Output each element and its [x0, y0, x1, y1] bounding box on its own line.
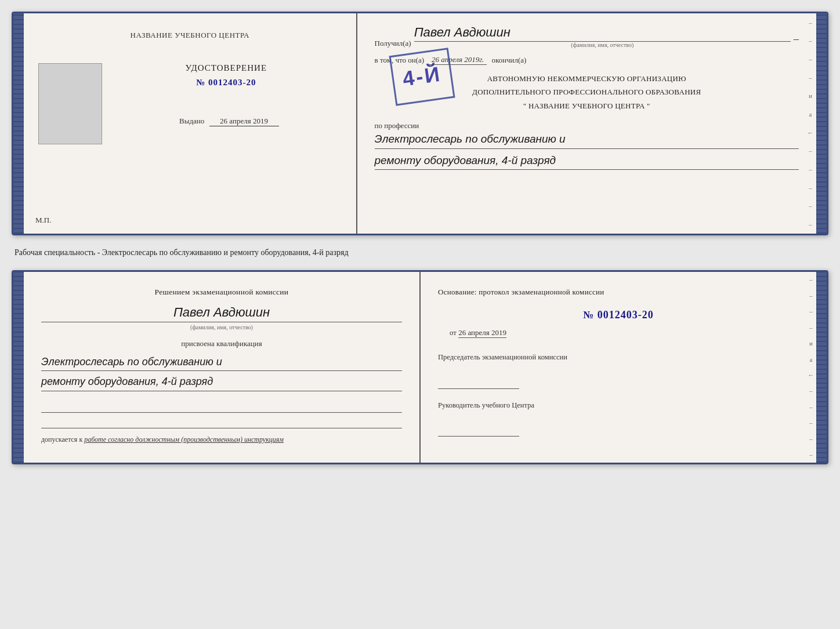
cert-number: № 0012403-20: [111, 78, 342, 88]
in-that-label: в том, что он(а): [375, 56, 425, 65]
dash-separator: –: [794, 33, 799, 45]
head-label: Руководитель учебного Центра: [438, 401, 799, 411]
protocol-number: № 0012403-20: [438, 309, 799, 321]
head-block: Руководитель учебного Центра: [438, 401, 799, 437]
right-header: Получил(а) Павел Авдюшин (фамилия, имя, …: [375, 25, 799, 48]
side-dashes-top: – – – – и а ← – – – – –: [805, 13, 816, 234]
bottom-right-page: Основание: протокол экзаменационной коми…: [421, 272, 816, 463]
protocol-date: от 26 апреля 2019: [438, 328, 799, 338]
qualification-line2: ремонту оборудования, 4-й разряд: [41, 373, 402, 391]
org-line1: АВТОНОМНУЮ НЕКОММЕРЧЕСКУЮ ОРГАНИЗАЦИЮ: [375, 72, 799, 85]
chairman-signature-line: [438, 377, 519, 389]
top-booklet-left-spine: [13, 13, 24, 234]
допускается-block: допускается к работе согласно должностны…: [41, 435, 402, 444]
cert-issued: Выдано 26 апреля 2019: [111, 117, 342, 126]
person-name-bottom: Павел Авдюшин: [41, 305, 402, 322]
org-line3: " НАЗВАНИЕ УЧЕБНОГО ЦЕНТРА ": [375, 99, 799, 112]
cert-title: УДОСТОВЕРЕНИЕ: [111, 63, 342, 73]
finished-label: окончил(а): [491, 56, 526, 65]
decision-title: Решением экзаменационной комиссии: [41, 286, 402, 298]
blank-line-1: [41, 400, 402, 413]
mp-label: М.П.: [35, 216, 51, 225]
received-label: Получил(а): [375, 39, 411, 48]
blank-lines: [41, 400, 402, 428]
допускается-label: допускается к: [41, 435, 82, 443]
date-prefix: от: [450, 328, 457, 337]
chairman-block: Председатель экзаменационной комиссии: [438, 352, 799, 389]
org-line2: ДОПОЛНИТЕЛЬНОГО ПРОФЕССИОНАЛЬНОГО ОБРАЗО…: [375, 85, 799, 99]
profession-line1: Электрослесарь по обслуживанию и: [375, 130, 799, 148]
bottom-booklet: Решением экзаменационной комиссии Павел …: [12, 270, 828, 465]
fio-sublabel-top: (фамилия, имя, отчество): [414, 42, 791, 48]
middle-text: Рабочая специальность - Электрослесарь п…: [12, 242, 828, 263]
date-value-top: 26 апреля 2019г.: [429, 55, 487, 65]
qualification-line1: Электрослесарь по обслуживанию и: [41, 353, 402, 372]
top-left-title: НАЗВАНИЕ УЧЕБНОГО ЦЕНТРА: [38, 31, 342, 40]
blank-line-2: [41, 416, 402, 428]
top-booklet-right-spine: [816, 13, 827, 234]
bottom-left-page: Решением экзаменационной комиссии Павел …: [24, 272, 421, 463]
cert-info: УДОСТОВЕРЕНИЕ № 0012403-20 Выдано 26 апр…: [111, 63, 342, 126]
bottom-booklet-left-spine: [13, 272, 24, 463]
qualification-label: присвоена квалификация: [41, 339, 402, 348]
side-dashes-bottom: – – – – и а ← – – – – –: [806, 272, 816, 463]
left-content-block: УДОСТОВЕРЕНИЕ № 0012403-20 Выдано 26 апр…: [38, 63, 342, 144]
issued-label: Выдано: [179, 117, 204, 125]
issued-date: 26 апреля 2019: [209, 117, 279, 126]
fio-sublabel-bottom: (фамилия, имя, отчество): [41, 324, 402, 330]
profession-block: по профессии Электрослесарь по обслужива…: [375, 121, 799, 170]
basis-title: Основание: протокол экзаменационной коми…: [438, 286, 799, 298]
top-booklet-right-page: Получил(а) Павел Авдюшин (фамилия, имя, …: [357, 13, 817, 234]
recipient-wrapper: Павел Авдюшин (фамилия, имя, отчество): [414, 25, 791, 48]
bottom-booklet-right-spine: [816, 272, 827, 463]
org-block: 4-й АВТОНОМНУЮ НЕКОММЕРЧЕСКУЮ ОРГАНИЗАЦИ…: [375, 72, 799, 112]
protocol-date-value: 26 апреля 2019: [458, 328, 506, 338]
profession-line2: ремонту оборудования, 4-й разряд: [375, 152, 799, 170]
допускается-value: работе согласно должностным (производств…: [84, 435, 284, 443]
top-booklet: НАЗВАНИЕ УЧЕБНОГО ЦЕНТРА УДОСТОВЕРЕНИЕ №…: [12, 12, 828, 235]
head-signature-line: [438, 425, 519, 437]
recipient-name: Павел Авдюшин: [414, 25, 791, 42]
in-that-line: в том, что он(а) 26 апреля 2019г. окончи…: [375, 55, 799, 65]
profession-label: по профессии: [375, 121, 799, 130]
page-container: НАЗВАНИЕ УЧЕБНОГО ЦЕНТРА УДОСТОВЕРЕНИЕ №…: [12, 12, 828, 464]
chairman-label: Председатель экзаменационной комиссии: [438, 352, 799, 363]
photo-placeholder: [38, 63, 102, 144]
top-booklet-left-page: НАЗВАНИЕ УЧЕБНОГО ЦЕНТРА УДОСТОВЕРЕНИЕ №…: [24, 13, 357, 234]
